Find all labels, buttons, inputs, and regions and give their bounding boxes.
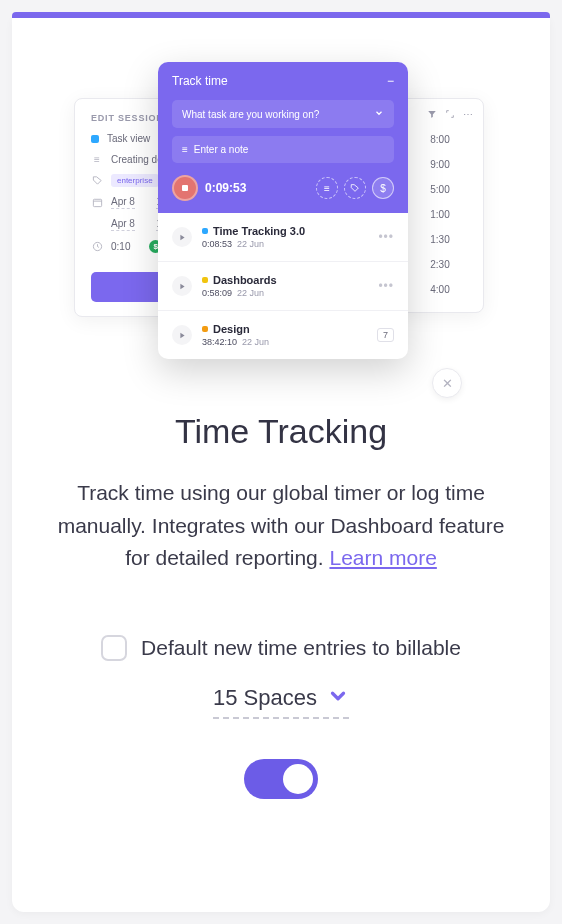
time-slot: 2:30 <box>397 252 483 277</box>
enterprise-tag: enterprise <box>111 174 159 187</box>
entry-color-icon <box>202 277 208 283</box>
billable-checkbox[interactable] <box>101 635 127 661</box>
stop-button[interactable] <box>172 175 198 201</box>
entry-time: 0:08:53 <box>202 239 232 249</box>
billable-label: Default new time entries to billable <box>141 636 461 660</box>
time-slot: 4:00 <box>397 277 483 302</box>
entry-title-text: Time Tracking 3.0 <box>213 225 305 237</box>
entry-title-text: Design <box>213 323 250 335</box>
tag-circle-icon[interactable] <box>344 177 366 199</box>
elapsed-label: 0:10 <box>111 241 130 252</box>
list-icon: ≡ <box>91 153 103 165</box>
svg-rect-0 <box>93 199 101 206</box>
entry-count: 7 <box>377 328 394 342</box>
time-slot: 8:00 <box>397 127 483 152</box>
entry-date: 22 Jun <box>237 288 264 298</box>
expand-icon <box>445 109 455 121</box>
time-slot: 9:00 <box>397 152 483 177</box>
entry-color-icon <box>202 326 208 332</box>
time-slot: 5:00 <box>397 177 483 202</box>
chevron-down-icon <box>374 108 384 120</box>
entry-date: 22 Jun <box>242 337 269 347</box>
entry-row: Dashboards 0:58:09 22 Jun ••• <box>158 262 408 311</box>
spaces-label: 15 Spaces <box>213 685 317 711</box>
note-icon: ≡ <box>182 144 188 155</box>
list-circle-icon[interactable]: ≡ <box>316 177 338 199</box>
task-placeholder: What task are you working on? <box>182 109 319 120</box>
filter-icon <box>427 109 437 121</box>
tracker-title: Track time <box>172 74 228 88</box>
date-1: Apr 8 <box>111 196 135 209</box>
entry-more-icon[interactable]: ••• <box>378 279 394 293</box>
entry-time: 38:42:10 <box>202 337 237 347</box>
task-input[interactable]: What task are you working on? <box>172 100 394 128</box>
more-icon: ⋯ <box>463 109 473 121</box>
clock-icon <box>91 241 103 253</box>
play-button[interactable] <box>172 325 192 345</box>
creating-label: Creating de <box>111 154 163 165</box>
note-input[interactable]: ≡Enter a note <box>172 136 394 163</box>
play-button[interactable] <box>172 276 192 296</box>
chevron-down-icon <box>327 685 349 711</box>
play-button[interactable] <box>172 227 192 247</box>
learn-more-link[interactable]: Learn more <box>329 546 436 569</box>
time-column-card: ⋯ 8:00 9:00 5:00 1:00 1:30 2:30 4:00 <box>396 98 484 313</box>
entry-time: 0:58:09 <box>202 288 232 298</box>
entry-row: Design 38:42:10 22 Jun 7 <box>158 311 408 359</box>
task-color-icon <box>91 135 99 143</box>
dollar-circle-icon[interactable]: $ <box>372 177 394 199</box>
enable-toggle[interactable] <box>244 759 318 799</box>
calendar-icon <box>91 197 103 209</box>
note-placeholder: Enter a note <box>194 144 248 155</box>
timer-value: 0:09:53 <box>205 181 306 195</box>
tag-icon <box>91 175 103 187</box>
entry-color-icon <box>202 228 208 234</box>
time-slot: 1:00 <box>397 202 483 227</box>
page-title: Time Tracking <box>52 412 510 451</box>
page-description: Track time using our global timer or log… <box>52 477 510 575</box>
tracker-card: Track time− What task are you working on… <box>158 62 408 359</box>
close-button[interactable]: ✕ <box>432 368 462 398</box>
time-slot: 1:30 <box>397 227 483 252</box>
minimize-icon[interactable]: − <box>387 74 394 88</box>
date-2: Apr 8 <box>111 218 135 231</box>
preview-illustration: EDIT SESSION Task view ≡Creating de ente… <box>12 52 550 372</box>
task-view-label: Task view <box>107 133 150 144</box>
entry-more-icon[interactable]: ••• <box>378 230 394 244</box>
entry-date: 22 Jun <box>237 239 264 249</box>
entry-title-text: Dashboards <box>213 274 277 286</box>
entry-row: Time Tracking 3.0 0:08:53 22 Jun ••• <box>158 213 408 262</box>
spaces-dropdown[interactable]: 15 Spaces <box>213 685 349 719</box>
